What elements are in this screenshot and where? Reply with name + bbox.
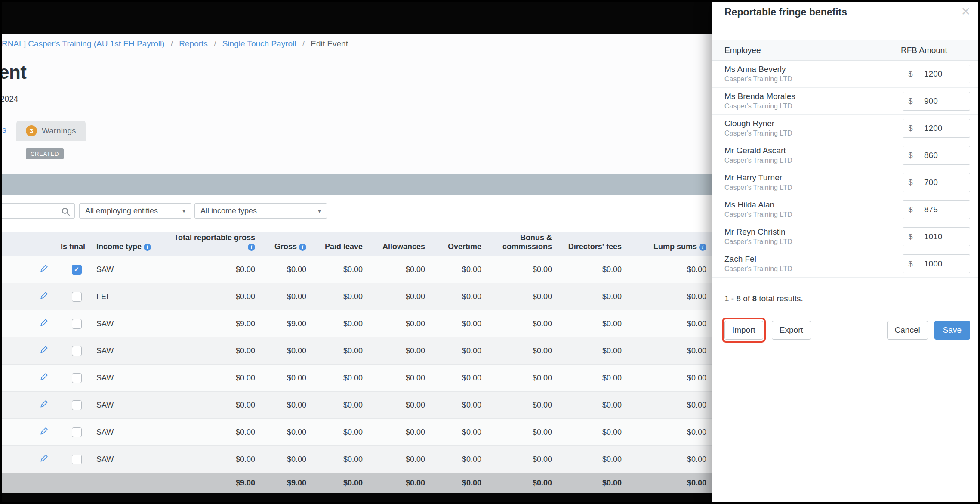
amount-cell: $0.00 [261,392,312,419]
stp-table-body: ✓SAW$0.00$0.00$0.00$0.00$0.00$0.00$0.00$… [0,256,712,473]
edit-row-icon[interactable] [40,291,49,300]
edit-row-icon[interactable] [40,372,49,381]
is-final-checkbox[interactable] [72,373,82,383]
amount-cell: $0.00 [312,392,369,419]
amount-cell: $0.00 [312,256,369,283]
is-final-checkbox[interactable] [72,400,82,410]
amount-cell: $0.00 [487,365,558,392]
rfb-amount-input[interactable]: $900 [903,92,970,111]
amount-cell: $0.00 [558,283,628,310]
header-is-final: Is final [61,232,92,256]
totals-cell: $0.00 [487,473,558,494]
rfb-employee-row: Zach FeiCasper's Training LTD$1000 [712,250,980,278]
is-final-checkbox[interactable] [72,427,82,437]
tab-warnings[interactable]: 3 Warnings [16,121,86,141]
amount-cell: $0.00 [369,283,431,310]
is-final-checkbox[interactable] [72,346,82,356]
amount-cell: $0.00 [431,337,487,365]
employee-column-header: Employee [712,46,761,55]
reportable-fringe-benefits-drawer: Reportable fringe benefits ✕ Employee RF… [712,0,980,504]
breadcrumb-separator: / [171,39,173,48]
is-final-checkbox[interactable] [72,319,82,329]
amount-cell: $0.00 [431,283,487,310]
rfb-employee-row: Mr Harry TurnerCasper's Training LTD$700 [712,169,980,196]
amount-cell: $0.00 [628,419,712,446]
rfb-amount-input[interactable]: $1010 [903,227,970,246]
edit-row-icon[interactable] [40,399,49,408]
filter-bar: All employing entities ▾ All income type… [0,195,712,232]
tab-bar-divider [0,141,712,141]
rfb-amount-value: 1200 [918,119,942,137]
cancel-button[interactable]: Cancel [887,321,928,340]
rfb-amount-input[interactable]: $1000 [903,254,970,273]
employee-name: Ms Brenda Morales [724,92,795,101]
top-black-bar [0,0,712,34]
rfb-amount-value: 900 [918,92,938,110]
edit-row-icon[interactable] [40,345,49,354]
rfb-employee-row: Mr Gerald AscartCasper's Training LTD$86… [712,142,980,169]
amount-cell: $0.00 [173,392,261,419]
rfb-amount-value: 1010 [918,228,942,246]
employee-name: Clough Ryner [724,119,774,128]
edit-row-icon[interactable] [40,318,49,327]
header-total-reportable-gross: Total reportable grossi [173,232,261,256]
edit-row-icon[interactable] [40,427,49,436]
amount-cell: $0.00 [628,446,712,473]
rfb-amount-input[interactable]: $860 [903,146,970,165]
tab-employees-partial[interactable]: s [2,125,6,135]
warnings-tab-label: Warnings [42,126,76,136]
info-icon[interactable]: i [144,244,151,251]
search-input[interactable] [0,203,75,219]
import-button[interactable]: Import [724,321,763,340]
amount-cell: $0.00 [369,392,431,419]
save-button[interactable]: Save [934,321,970,340]
rfb-amount-input[interactable]: $875 [903,200,970,219]
totals-cell: $0.00 [369,473,431,494]
amount-cell: $0.00 [312,419,369,446]
rfb-amount-input[interactable]: $1200 [903,119,970,138]
info-icon[interactable]: i [699,244,706,251]
currency-prefix: $ [903,119,918,137]
amount-cell: $0.00 [312,365,369,392]
drawer-header: Reportable fringe benefits ✕ [712,0,980,25]
search-icon [61,207,71,216]
breadcrumb-link-stp[interactable]: Single Touch Payroll [222,39,296,48]
breadcrumb-link-reports[interactable]: Reports [179,39,208,48]
breadcrumb-current: Edit Event [311,39,348,48]
breadcrumb-separator: / [214,39,216,48]
amount-cell: $0.00 [487,392,558,419]
info-icon[interactable]: i [299,244,306,251]
export-button[interactable]: Export [772,321,811,340]
table-row: SAW$0.00$0.00$0.00$0.00$0.00$0.00$0.00$0… [0,337,712,365]
income-types-select[interactable]: All income types ▾ [194,203,327,219]
breadcrumb-link-business[interactable]: RNAL] Casper's Training (AU 1st EH Payro… [2,39,164,48]
rfb-amount-input[interactable]: $1200 [903,65,970,83]
drawer-column-headers: Employee RFB Amount [712,40,980,61]
close-icon[interactable]: ✕ [961,5,971,19]
rfb-employee-row: Ms Hilda AlanCasper's Training LTD$875 [712,196,980,223]
amount-cell: $0.00 [173,446,261,473]
employee-company: Casper's Training LTD [724,238,792,246]
employing-entities-select[interactable]: All employing entities ▾ [79,203,191,219]
employee-company: Casper's Training LTD [724,130,792,137]
amount-cell: $0.00 [558,337,628,365]
amount-cell: $0.00 [261,283,312,310]
rfb-amount-input[interactable]: $700 [903,173,970,192]
income-type-cell: SAW [92,419,173,446]
table-header-row: Is final Income typei Total reportable g… [0,232,712,256]
is-final-checkbox[interactable]: ✓ [72,265,82,275]
amount-cell: $0.00 [628,365,712,392]
employee-company: Casper's Training LTD [724,102,792,110]
amount-cell: $0.00 [261,419,312,446]
edit-row-icon[interactable] [40,264,49,273]
section-header-band [0,174,712,195]
amount-cell: $0.00 [558,419,628,446]
amount-cell: $0.00 [487,337,558,365]
is-final-checkbox[interactable] [72,455,82,464]
rfb-employee-row: Mr Reyn ChristinCasper's Training LTD$10… [712,223,980,250]
header-lump-sums: Lump sumsi [628,232,712,256]
is-final-checkbox[interactable] [72,292,82,302]
info-icon[interactable]: i [248,244,255,251]
edit-row-icon[interactable] [40,454,49,463]
totals-cell: $0.00 [431,473,487,494]
